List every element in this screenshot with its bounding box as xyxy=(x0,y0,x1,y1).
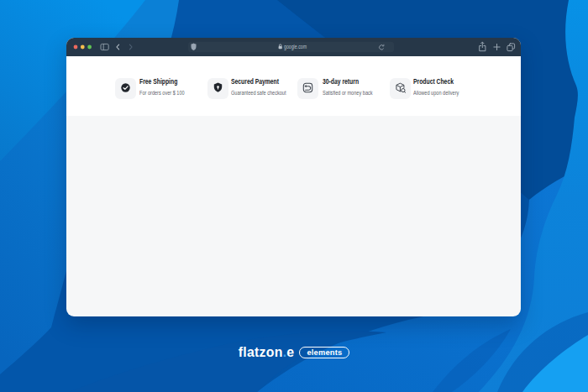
svg-text:google.com: google.com xyxy=(284,44,307,50)
